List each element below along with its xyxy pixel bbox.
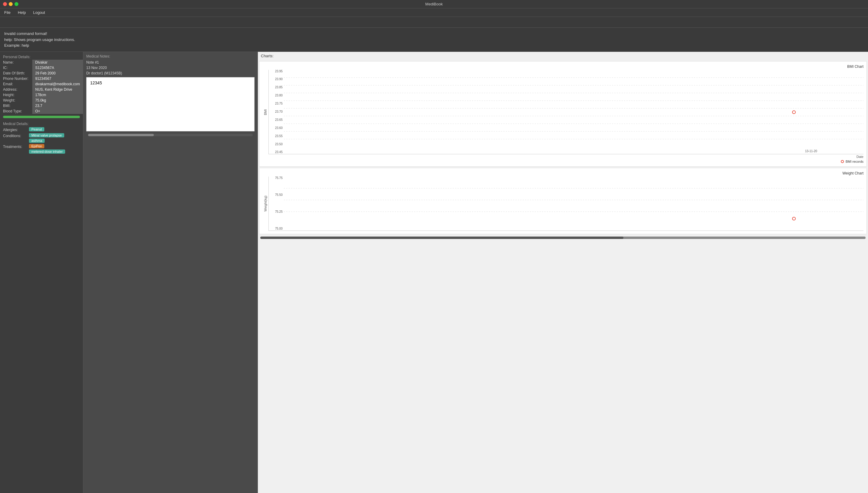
personal-detail-row: Email:divakarmal@medibook.com: [0, 81, 83, 87]
bmi-chart-inner: 23.9523.9023.8523.8023.7523.7023.6523.60…: [268, 70, 864, 154]
personal-detail-label: Email:: [0, 81, 32, 87]
weight-chart-title: Weight Chart: [262, 171, 864, 175]
bmi-legend-label: BMI records: [846, 160, 864, 163]
personal-details-table: Name:DivakarIC:S1234567ADate Of Birth:29…: [0, 60, 83, 114]
weight-y-label: Weight(kg): [262, 177, 268, 231]
personal-detail-value: O+: [32, 108, 83, 114]
h-scrollbar-area: [85, 133, 256, 137]
window-controls: [3, 2, 18, 6]
bmi-y-tick: 23.65: [269, 119, 284, 122]
charts-title: Charts:: [258, 52, 868, 60]
weight-y-tick: 75.50: [269, 193, 284, 196]
progress-bar-outer: [3, 116, 80, 118]
bmi-chart-container: BMI Chart BMI 23.9523.9023.8523.8023.752…: [259, 61, 867, 167]
personal-detail-label: Address:: [0, 87, 32, 92]
personal-detail-value: Divakar: [32, 60, 83, 65]
personal-detail-value: NUS, Kent Ridge Drive: [32, 87, 83, 92]
allergies-label: Allergies:: [3, 127, 27, 132]
personal-detail-value: 91234567: [32, 76, 83, 81]
right-panel: Charts: BMI Chart BMI 23.9523.9023.8523.…: [258, 52, 868, 493]
bmi-chart-svg: [284, 70, 864, 147]
allergies-tags: Peanut: [29, 127, 44, 131]
conditions-row: Conditions: Mitral valve prolapseasthma: [0, 133, 83, 144]
personal-detail-row: Date Of Birth:29 Feb 2000: [0, 70, 83, 76]
weight-chart-container: Weight Chart Weight(kg) 75.7575.5075.257…: [259, 168, 867, 234]
personal-detail-value: S1234567A: [32, 65, 83, 70]
personal-detail-label: Name:: [0, 60, 32, 65]
personal-detail-label: Height:: [0, 92, 32, 98]
bmi-y-tick: 23.55: [269, 135, 284, 138]
menu-help[interactable]: Help: [17, 9, 27, 15]
chart-h-scrollbar-inner[interactable]: [260, 237, 623, 239]
personal-detail-row: Weight:75.0kg: [0, 98, 83, 103]
h-scrollbar-outer: [88, 134, 253, 136]
minimize-button[interactable]: [9, 2, 13, 6]
medical-notes-title: Medical Notes:: [85, 53, 256, 60]
treatments-row: Treatments: EpiPenmetered-dose inhaler: [0, 144, 83, 154]
window-title: MediBook: [425, 2, 443, 6]
personal-detail-row: IC:S1234567A: [0, 65, 83, 70]
chart-h-scrollbar-outer: [260, 237, 866, 239]
bmi-y-tick: 23.85: [269, 86, 284, 89]
treatments-tags: EpiPenmetered-dose inhaler: [29, 144, 80, 154]
bmi-y-tick: 23.45: [269, 151, 284, 154]
bmi-y-axis: 23.9523.9023.8523.8023.7523.7023.6523.60…: [269, 70, 284, 154]
treatment-tag: EpiPen: [29, 144, 44, 148]
personal-detail-value: 29 Feb 2000: [32, 70, 83, 76]
bmi-y-tick: 23.95: [269, 70, 284, 73]
bmi-y-tick: 23.75: [269, 102, 284, 105]
condition-tag: Mitral valve prolapse: [29, 133, 64, 137]
progress-bar-container: [0, 114, 83, 120]
personal-detail-label: BMI:: [0, 103, 32, 108]
personal-detail-label: Date Of Birth:: [0, 70, 32, 76]
chart-h-scrollbar-area: [258, 235, 868, 240]
menu-file[interactable]: File: [3, 9, 12, 15]
svg-point-13: [792, 217, 795, 220]
bmi-x-label: 13-11-20: [805, 149, 817, 153]
note-number: Note #1: [85, 60, 256, 65]
bmi-date-label: Date: [262, 155, 864, 158]
close-button[interactable]: [3, 2, 7, 6]
medical-details-title: Medical Details:: [0, 120, 83, 127]
weight-y-tick: 75.75: [269, 177, 284, 179]
condition-tag: asthma: [29, 138, 45, 143]
h-scrollbar-inner[interactable]: [88, 134, 154, 136]
middle-panel: Medical Notes: Note #1 13 Nov 2020 Dr do…: [83, 52, 258, 493]
command-input[interactable]: [4, 20, 864, 24]
note-content[interactable]: 12345: [86, 77, 254, 131]
bmi-y-tick: 23.80: [269, 94, 284, 97]
maximize-button[interactable]: [15, 2, 18, 6]
weight-plot-area: [284, 177, 864, 223]
weight-y-tick: 75.00: [269, 227, 284, 230]
main-content: Personal Details: Name:DivakarIC:S123456…: [0, 52, 868, 493]
personal-detail-value: 23.7: [32, 103, 83, 108]
personal-detail-label: Phone Number:: [0, 76, 32, 81]
conditions-label: Conditions:: [3, 133, 27, 138]
output-line2: help: Shows program usage instructions.: [4, 37, 864, 43]
allergies-row: Allergies: Peanut: [0, 127, 83, 133]
personal-detail-value: 75.0kg: [32, 98, 83, 103]
personal-detail-row: Phone Number:91234567: [0, 76, 83, 81]
treatment-tag: metered-dose inhaler: [29, 149, 65, 154]
output-area: Invalid command format! help: Shows prog…: [0, 28, 868, 52]
bmi-x-labels: 13-11-20: [284, 147, 864, 154]
personal-detail-row: Address:NUS, Kent Ridge Drive: [0, 87, 83, 92]
bmi-y-tick: 23.90: [269, 78, 284, 81]
menu-logout[interactable]: Logout: [32, 9, 46, 15]
personal-detail-row: BMI:23.7: [0, 103, 83, 108]
personal-detail-value: divakarmal@medibook.com: [32, 81, 83, 87]
personal-detail-label: Blood Type:: [0, 108, 32, 114]
bmi-chart-title: BMI Chart: [262, 64, 864, 69]
personal-detail-value: 178cm: [32, 92, 83, 98]
personal-detail-label: Weight:: [0, 98, 32, 103]
menubar: File Help Logout: [0, 8, 868, 17]
personal-detail-row: Height:178cm: [0, 92, 83, 98]
left-panel: Personal Details: Name:DivakarIC:S123456…: [0, 52, 83, 493]
bmi-chart-wrapper: BMI 23.9523.9023.8523.8023.7523.7023.652…: [262, 70, 864, 154]
bmi-legend-dot: [841, 160, 844, 163]
command-area: [0, 17, 868, 28]
weight-y-axis: 75.7575.5075.2575.00: [269, 177, 284, 231]
weight-chart-svg: [284, 177, 864, 223]
bmi-y-tick: 23.60: [269, 127, 284, 130]
conditions-tags: Mitral valve prolapseasthma: [29, 133, 80, 143]
